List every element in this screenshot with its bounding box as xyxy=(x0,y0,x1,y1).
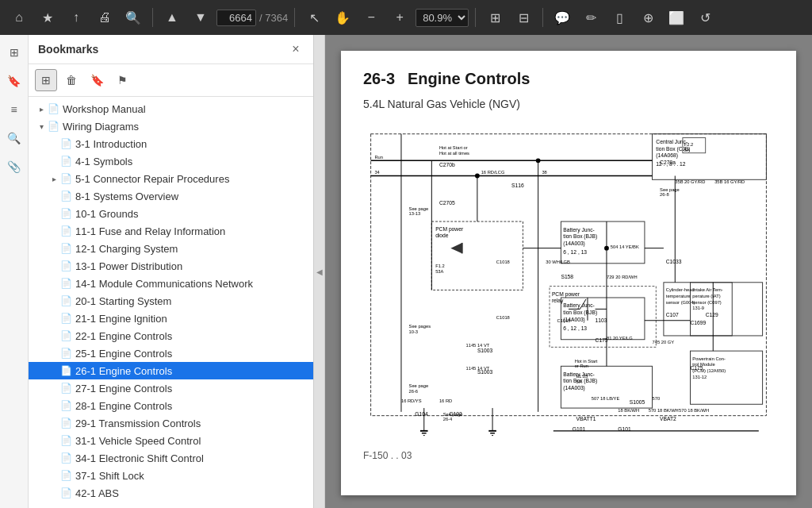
search-button[interactable]: 🔍 xyxy=(3,127,25,149)
upload-button[interactable]: ↑ xyxy=(63,5,89,30)
svg-text:16 RD/YS: 16 RD/YS xyxy=(401,398,422,403)
tree-label-11-1-fuse: 11-1 Fuse and Relay Information xyxy=(75,225,225,237)
tree-doc-icon-5-1-connector: 📄 xyxy=(60,173,72,184)
tree-item-14-1-module[interactable]: 📄14-1 Module Communications Network xyxy=(29,275,313,292)
tree-item-4-1-symbols[interactable]: 📄4-1 Symbols xyxy=(29,152,313,170)
svg-text:C175: C175 xyxy=(690,365,703,371)
tree-label-42-1-abs: 42-1 ABS xyxy=(75,487,119,499)
sidebar: Bookmarks × ⊞ 🗑 🔖 ⚑ 📄Workshop Manual📄Wir… xyxy=(29,35,314,508)
tree-label-31-1-vehicle: 31-1 Vehicle Speed Control xyxy=(75,435,201,447)
bookmark-button[interactable]: ★ xyxy=(35,5,60,30)
svg-text:(14A003): (14A003) xyxy=(563,241,585,247)
svg-text:diode: diode xyxy=(435,233,449,238)
eraser-button[interactable]: ⬜ xyxy=(664,5,689,30)
home-button[interactable]: ⌂ xyxy=(6,5,32,30)
tree-label-25-1-engine: 25-1 Engine Controls xyxy=(75,348,172,360)
sidebar-title: Bookmarks xyxy=(38,43,98,56)
svg-text:tion Box (BJB): tion Box (BJB) xyxy=(563,233,597,240)
svg-text:sensor (G004): sensor (G004) xyxy=(666,300,695,305)
content-area[interactable]: 26-3 Engine Controls 5.4L Natural Gas Ve… xyxy=(325,35,812,508)
tree-item-21-1-ignition[interactable]: 📄21-1 Engine Ignition xyxy=(29,310,313,327)
add-bookmark-button[interactable]: 🔖 xyxy=(86,69,108,91)
tree-doc-icon-37-1-shift: 📄 xyxy=(60,470,72,481)
tree-item-42-1-abs[interactable]: 📄42-1 ABS xyxy=(29,484,313,502)
left-panel: ⊞ 🔖 ≡ 🔍 📎 xyxy=(0,35,29,508)
delete-bookmark-button[interactable]: 🗑 xyxy=(60,69,82,91)
tree-doc-icon-wiring-diagrams: 📄 xyxy=(48,121,59,132)
tree-toggle-workshop-manual[interactable] xyxy=(35,102,48,115)
print-button[interactable]: 🖨 xyxy=(92,5,117,30)
tree-item-13-1-power[interactable]: 📄13-1 Power Distribution xyxy=(29,257,313,275)
tree-item-31-1-vehicle[interactable]: 📄31-1 Vehicle Speed Control xyxy=(29,432,313,449)
attachments-button[interactable]: 📎 xyxy=(3,156,25,178)
fit-width-button[interactable]: ⊟ xyxy=(511,5,536,30)
undo-button[interactable]: ↺ xyxy=(692,5,718,30)
svg-text:C2705: C2705 xyxy=(439,200,455,206)
tree-item-wiring-diagrams[interactable]: 📄Wiring Diagrams xyxy=(29,117,313,135)
svg-text:C1018: C1018 xyxy=(496,315,510,320)
tree-doc-icon-10-1-grounds: 📄 xyxy=(60,208,72,219)
tree-item-5-1-connector[interactable]: 📄5-1 Connector Repair Procedures xyxy=(29,170,313,187)
tree-item-37-1-shift[interactable]: 📄37-1 Shift Lock xyxy=(29,467,313,484)
tree-item-25-1-engine[interactable]: 📄25-1 Engine Controls xyxy=(29,344,313,362)
svg-text:C1033: C1033 xyxy=(666,259,682,264)
page-footer: F-150 . . 03 xyxy=(363,450,774,461)
tree-container[interactable]: 📄Workshop Manual📄Wiring Diagrams📄3-1 Int… xyxy=(29,97,313,508)
sidebar-close-button[interactable]: × xyxy=(288,41,304,57)
thumbnails-button[interactable]: ⊞ xyxy=(3,41,25,64)
svg-text:S1005: S1005 xyxy=(630,399,645,405)
bookmarks-button[interactable]: 🔖 xyxy=(3,70,25,92)
fit-button[interactable]: ⊞ xyxy=(482,5,508,30)
pen-button[interactable]: ✏ xyxy=(578,5,603,30)
page-subtitle: 5.4L Natural Gas Vehicle (NGV) xyxy=(363,98,774,110)
tree-toggle-wiring-diagrams[interactable] xyxy=(35,120,48,133)
svg-text:53A: 53A xyxy=(435,269,443,274)
pan-tool-button[interactable]: ✋ xyxy=(330,5,355,30)
svg-text:570: 570 xyxy=(653,396,661,401)
page-current-input[interactable] xyxy=(216,10,256,26)
svg-text:temperature: temperature xyxy=(666,294,691,298)
zoom-in-button[interactable]: + xyxy=(387,5,412,30)
tree-item-3-1-intro[interactable]: 📄3-1 Introduction xyxy=(29,135,313,152)
tree-item-34-1-electronic[interactable]: 📄34-1 Electronic Shift Control xyxy=(29,449,313,467)
next-page-button[interactable]: ▼ xyxy=(188,5,213,30)
prev-page-button[interactable]: ▲ xyxy=(159,5,185,30)
zoom-out-button[interactable]: − xyxy=(358,5,384,30)
svg-text:Hot at all times: Hot at all times xyxy=(439,151,469,156)
main-toolbar: ⌂ ★ ↑ 🖨 🔍 ▲ ▼ / 7364 ↖ ✋ − + 80.9% 50% 7… xyxy=(0,0,812,35)
tree-item-11-1-fuse[interactable]: 📄11-1 Fuse and Relay Information xyxy=(29,222,313,240)
tree-label-workshop-manual: Workshop Manual xyxy=(63,103,146,115)
svg-text:C107: C107 xyxy=(666,312,679,318)
svg-text:C270a: C270a xyxy=(660,160,676,165)
bookmark-flag-button[interactable]: ⚑ xyxy=(111,69,133,91)
zoom-toolbar-button[interactable]: 🔍 xyxy=(121,5,146,30)
tree-label-21-1-ignition: 21-1 Engine Ignition xyxy=(75,313,167,325)
tree-item-26-1-engine[interactable]: 📄26-1 Engine Controls xyxy=(29,362,313,379)
tree-item-workshop-manual[interactable]: 📄Workshop Manual xyxy=(29,100,313,117)
tree-doc-icon-22-1-engine: 📄 xyxy=(60,330,72,341)
tree-item-22-1-engine[interactable]: 📄22-1 Engine Controls xyxy=(29,327,313,344)
svg-text:See page: See page xyxy=(660,187,680,192)
page-navigation: / 7364 xyxy=(216,10,288,26)
highlight-button[interactable]: ▯ xyxy=(607,5,632,30)
svg-text:5A: 5A xyxy=(576,379,582,384)
tree-toggle-5-1-connector[interactable] xyxy=(48,172,60,185)
tree-item-20-1-starting[interactable]: 📄20-1 Starting System xyxy=(29,292,313,310)
select-tool-button[interactable]: ↖ xyxy=(301,5,327,30)
sidebar-tools: ⊞ 🗑 🔖 ⚑ xyxy=(29,64,313,97)
sidebar-collapse-handle[interactable]: ◀ xyxy=(314,35,325,508)
tree-doc-icon-workshop-manual: 📄 xyxy=(48,103,59,114)
svg-text:F1.23: F1.23 xyxy=(576,374,588,379)
stamp-button[interactable]: ⊕ xyxy=(635,5,661,30)
tree-item-10-1-grounds[interactable]: 📄10-1 Grounds xyxy=(29,205,313,222)
tree-item-27-1-engine[interactable]: 📄27-1 Engine Controls xyxy=(29,379,313,397)
tree-item-12-1-charging[interactable]: 📄12-1 Charging System xyxy=(29,240,313,257)
layers-button[interactable]: ≡ xyxy=(3,98,25,121)
tree-item-28-1-engine[interactable]: 📄28-1 Engine Controls xyxy=(29,397,313,414)
zoom-select[interactable]: 80.9% 50% 75% 100% 125% 150% xyxy=(416,9,469,27)
svg-text:35B 16 GY/RD: 35B 16 GY/RD xyxy=(714,179,745,184)
expand-all-button[interactable]: ⊞ xyxy=(35,69,57,91)
tree-item-29-1-transmission[interactable]: 📄29-1 Transmission Controls xyxy=(29,414,313,432)
comment-button[interactable]: 💬 xyxy=(550,5,575,30)
tree-item-8-1-systems[interactable]: 📄8-1 Systems Overview xyxy=(29,187,313,205)
